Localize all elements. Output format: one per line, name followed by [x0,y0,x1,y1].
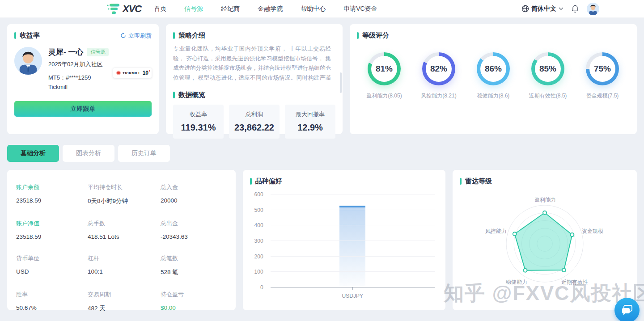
customer-service-chat-button[interactable] [614,298,640,321]
nav-item-apply-vc-funds[interactable]: 申请VC资金 [343,5,377,13]
tickmill-logo-icon [116,71,121,75]
gauge-profitability: 81% 盈利能力(8.05) [358,52,411,100]
radar-chart: 盈利能力 资金规模 近期有效性 稳健能力 风控能力 [460,189,630,306]
title-marker [357,32,359,39]
overview-stat-max-drawdown: 最大回撤率 12.9% [285,105,335,139]
language-selector[interactable]: 简体中文 [521,5,564,13]
nav-item-academy[interactable]: 金融学院 [258,5,283,13]
symbol-preference-bar-chart: 0100200300400500600 USDJPY [250,192,438,303]
broker-name: Tickmill [48,84,109,90]
stat-win-rate: 胜率 50.67% [16,291,88,313]
card-title-rating: 等级评分 [357,31,630,40]
nav-item-signal-sources[interactable]: 信号源 [184,5,203,13]
joined-date: 2025年02月加入社区 [48,60,109,68]
radar-label-stability: 稳健能力 [496,279,537,286]
stat-floating-pnl: 持仓盈亏 $0.00 [161,291,229,313]
header-right-controls: 简体中文 [521,3,599,15]
page-content: 收益率 立即刷新 [0,18,644,310]
level-rating-card: 等级评分 81% 盈利能力(8.05) 82% 风控能力(8.21) 86% 稳… [350,24,637,134]
strategy-scrollbar[interactable] [340,72,342,93]
top-nav-bar: XVC 首页 信号源 经纪商 金融学院 帮助中心 申请VC资金 简体中文 [0,0,644,18]
avatar-person-icon [587,3,599,15]
stat-total-withdrawal: 总出金 -20343.63 [161,220,229,240]
radar-chart-svg [460,189,630,306]
account-stats-grid: 账户余额 23518.59 平均持仓时长 0天8小时9分钟 总入金 20000 … [14,183,229,313]
tab-basic-analysis[interactable]: 基础分析 [7,145,59,162]
gauge-recent-effectiveness: 85% 近期有效性(8.5) [521,52,574,100]
bell-icon[interactable] [572,5,579,13]
tab-history-orders[interactable]: 历史订单 [118,145,170,162]
follow-now-button[interactable]: 立即跟单 [14,101,152,117]
tickmill-broker-badge: TICKMILL 10 [113,68,152,78]
nav-item-brokers[interactable]: 经纪商 [221,5,240,13]
radar-label-recent-effectiveness: 近期有效性 [555,279,595,286]
strategy-card: 策略介绍 专业量化团队，均毕业于国内外顶尖学府， 十年以上交易经验， 齐心打造，… [166,24,343,134]
title-marker [460,178,462,185]
symbol-preference-card: 品种偏好 0100200300400500600 USDJPY [243,170,445,310]
signal-name: 灵犀- 一心 [48,47,83,57]
analysis-tabs: 基础分析 图表分析 历史订单 [7,145,637,162]
fxvc-logo-icon [106,2,122,16]
gauge-fund-scale: 75% 资金规模(7.5) [576,52,629,100]
nav-item-home[interactable]: 首页 [154,5,166,13]
title-marker [250,178,252,185]
overview-stat-yield: 收益率 119.31% [173,105,224,139]
tab-chart-analysis[interactable]: 图表分析 [63,145,114,162]
overview-stat-total-profit: 总利润 23,862.22 [229,105,280,139]
bar-usdjpy[interactable] [339,206,365,287]
globe-icon [521,5,529,13]
stat-total-trades: 总笔数 528 笔 [161,254,229,276]
user-avatar[interactable] [587,3,599,15]
stat-total-deposit: 总入金 20000 [161,183,229,205]
language-label: 简体中文 [531,5,556,13]
nav-item-help-center[interactable]: 帮助中心 [301,5,326,13]
rating-gauges: 81% 盈利能力(8.05) 82% 风控能力(8.21) 86% 稳健能力(8… [357,52,630,100]
refresh-icon [120,33,126,38]
stat-currency-unit: 货币单位 USD [16,254,88,276]
signal-profile-card: 收益率 立即刷新 [7,24,159,134]
card-title-data-overview: 数据概览 [173,91,335,99]
bar-x-label: USDJPY [271,293,435,299]
radar-label-profitability: 盈利能力 [525,196,565,204]
card-title-symbol-preference: 品种偏好 [250,177,438,186]
signal-avatar [14,47,42,75]
signal-source-badge: 信号源 [87,48,109,56]
avatar-person-icon [14,47,42,75]
main-nav: 首页 信号源 经纪商 金融学院 帮助中心 申请VC资金 [154,5,377,13]
title-marker [173,92,175,98]
title-marker [173,32,175,39]
x-axis-tick [352,287,353,290]
card-title-yield: 收益率 [14,31,40,40]
gauge-risk-control: 82% 风控能力(8.21) [412,52,465,100]
account-stats-card: 账户余额 23518.59 平均持仓时长 0天8小时9分钟 总入金 20000 … [7,170,236,310]
radar-label-risk-control: 风控能力 [476,228,516,235]
chat-bubbles-icon [621,304,633,316]
stat-avg-holding-time: 平均持仓时长 0天8小时9分钟 [88,183,161,205]
strategy-description[interactable]: 专业量化团队，均毕业于国内外顶尖学府， 十年以上交易经验， 齐心打造，采用最先进… [173,44,335,84]
radar-rating-card: 雷达等级 盈利能力 资金规模 近期有效性 稳健能力 [453,170,637,310]
stat-total-lots: 总手数 418.51 Lots [88,220,161,240]
refresh-link[interactable]: 立即刷新 [120,32,152,40]
bar-chart-y-axis: 0100200300400500600 [250,194,266,287]
card-title-radar: 雷达等级 [460,177,630,186]
mt5-account: MT5：#****1259 [48,74,109,82]
brand-logo[interactable]: XVC [106,2,141,16]
gauge-stability: 86% 稳健能力(8.6) [467,52,520,100]
stat-trading-period: 交易周期 482 天 [88,291,161,313]
title-marker [14,32,16,39]
chevron-down-icon [559,7,564,10]
radar-label-fund-scale: 资金规模 [572,228,613,235]
stat-account-equity: 账户净值 23518.59 [16,220,88,240]
brand-logo-text: XVC [123,3,141,15]
stat-account-balance: 账户余额 23518.59 [16,183,88,205]
stat-leverage: 杠杆 100:1 [88,254,161,276]
card-title-strategy: 策略介绍 [173,31,335,40]
bar-chart-plot-area [271,194,435,287]
